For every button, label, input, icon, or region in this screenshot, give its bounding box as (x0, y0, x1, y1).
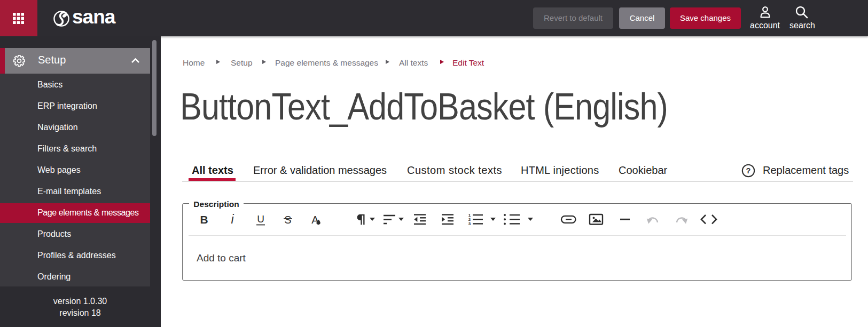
svg-text:B: B (200, 213, 208, 226)
svg-text:S: S (284, 214, 291, 226)
svg-text:U: U (257, 213, 264, 225)
svg-text:?: ? (746, 166, 751, 175)
svg-text:i: i (231, 212, 234, 226)
svg-text:3: 3 (468, 221, 471, 226)
